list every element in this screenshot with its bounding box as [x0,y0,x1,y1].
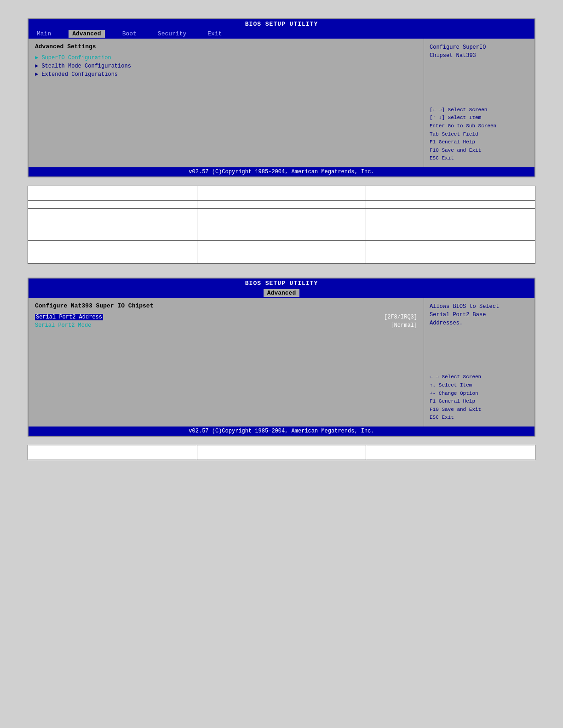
key-help-line-1: [← →] Select Screen [430,106,529,114]
bios-help-text-1: Configure SuperIOChipset Nat393 [430,43,529,60]
bios-help-text-2: Allows BIOS to SelectSerial Port2 BaseAd… [430,302,529,327]
bios-field-value-serial-port2-address: [2F8/IRQ3] [384,314,417,320]
bios-left-panel-1: Advanced Settings SuperIO Configuration … [29,39,424,167]
menu-item-advanced-2[interactable]: Advanced [264,289,299,297]
info-table-2 [28,445,535,460]
table-cell [28,209,197,241]
menu-item-main[interactable]: Main [33,30,55,38]
bios-body-2: Configure Nat393 Super IO Chipset Serial… [29,298,534,427]
bios-screen-1: BIOS SETUP UTILITY Main Advanced Boot Se… [28,18,535,177]
bios-entry-extended[interactable]: Extended Configurations [35,71,417,78]
info-table-1 [28,186,535,264]
bios-menu-bar-2[interactable]: Advanced [29,288,534,298]
bios-right-panel-1: Configure SuperIOChipset Nat393 [← →] Se… [424,39,534,167]
key-help2-line-4: F1 General Help [430,398,529,406]
menu-item-exit[interactable]: Exit [204,30,225,38]
key-help-line-2: [↑ ↓] Select Item [430,114,529,122]
table-cell [197,241,366,264]
bios-body-1: Advanced Settings SuperIO Configuration … [29,39,534,167]
bios-entry-superio[interactable]: SuperIO Configuration [35,55,417,61]
table-cell [197,445,366,460]
table-row [28,209,535,241]
bios-field-label-serial-port2-address: Serial Port2 Address [35,314,103,320]
bios-entry-stealth[interactable]: Stealth Mode Configurations [35,63,417,69]
key-help2-line-6: ESC Exit [430,414,529,422]
table-cell [28,186,197,201]
table-cell [197,186,366,201]
bios-field-row-1[interactable]: Serial Port2 Address [2F8/IRQ3] [35,313,417,321]
bios-menu-bar-1[interactable]: Main Advanced Boot Security Exit [29,29,534,39]
bios-section-title-1: Advanced Settings [35,43,417,50]
bios-footer-2: v02.57 (C)Copyright 1985-2004, American … [29,427,534,436]
table-cell [366,445,535,460]
key-help-line-5: F1 General Help [430,138,529,147]
bios-field-label-serial-port2-mode: Serial Port2 Mode [35,322,91,329]
table-cell [28,201,197,209]
bios-field-row-2[interactable]: Serial Port2 Mode [Normal] [35,321,417,330]
key-help-line-4: Tab Select Field [430,131,529,139]
bios-screen-2: BIOS SETUP UTILITY Advanced Configure Na… [28,278,535,437]
table-row [28,445,535,460]
key-help2-line-2: ↑↓ Select Item [430,381,529,390]
table-cell [197,209,366,241]
menu-item-boot[interactable]: Boot [119,30,140,38]
menu-item-advanced[interactable]: Advanced [69,30,104,38]
table-row [28,186,535,201]
bios-title-bar-2: BIOS SETUP UTILITY [29,279,534,288]
bios-left-panel-2: Configure Nat393 Super IO Chipset Serial… [29,298,424,427]
bios-key-help-1: [← →] Select Screen [↑ ↓] Select Item En… [430,106,529,163]
key-help-line-6: F10 Save and Exit [430,147,529,155]
bios-right-panel-2: Allows BIOS to SelectSerial Port2 BaseAd… [424,298,534,427]
bios-footer-1: v02.57 (C)Copyright 1985-2004, American … [29,167,534,176]
table-cell [28,241,197,264]
table-cell [366,201,535,209]
table-cell [28,445,197,460]
table-cell [366,241,535,264]
key-help-line-3: Enter Go to Sub Screen [430,122,529,131]
table-cell [366,186,535,201]
key-help2-line-5: F10 Save and Exit [430,406,529,414]
table-cell [197,201,366,209]
key-help2-line-1: ← → Select Screen [430,373,529,381]
bios-title-bar-1: BIOS SETUP UTILITY [29,19,534,29]
key-help-line-7: ESC Exit [430,154,529,163]
bios-field-value-serial-port2-mode: [Normal] [391,322,417,329]
bios-subsection-title-2: Configure Nat393 Super IO Chipset [35,302,417,309]
menu-item-security[interactable]: Security [154,30,190,38]
bios-key-help-2: ← → Select Screen ↑↓ Select Item +- Chan… [430,373,529,422]
table-cell [366,209,535,241]
table-row [28,201,535,209]
table-row [28,241,535,264]
key-help2-line-3: +- Change Option [430,390,529,398]
